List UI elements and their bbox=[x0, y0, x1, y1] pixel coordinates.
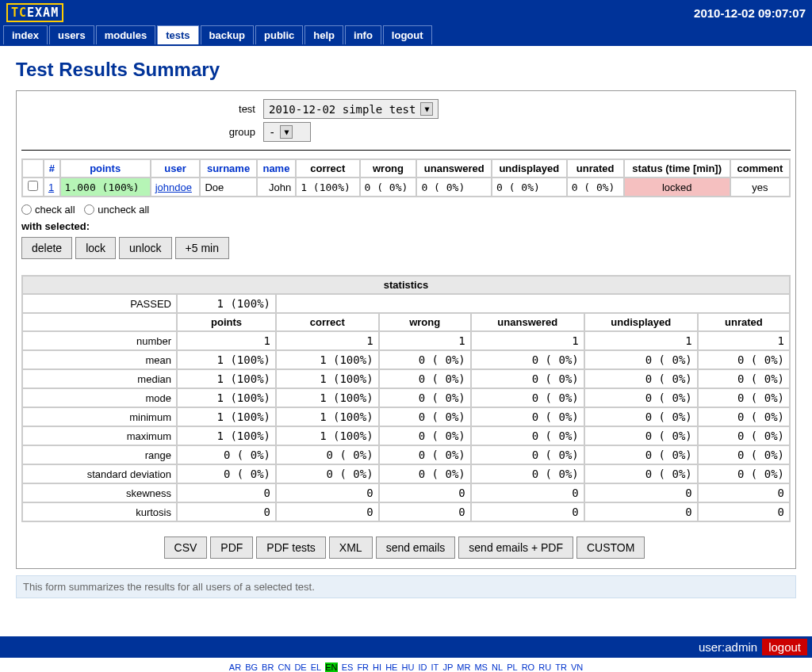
row-surname: Doe bbox=[200, 178, 256, 197]
header-bar: TCEXAM 2010-12-02 09:07:07 bbox=[0, 0, 812, 25]
uncheck-all-radio[interactable]: uncheck all bbox=[84, 204, 149, 216]
csv-button[interactable]: CSV bbox=[164, 536, 208, 559]
stats-row: standard deviation0 ( 0%)0 ( 0%)0 ( 0%)0… bbox=[22, 464, 790, 483]
lang-ar[interactable]: AR bbox=[229, 662, 241, 672]
lang-mr[interactable]: MR bbox=[457, 662, 470, 672]
export-buttons: CSVPDFPDF testsXMLsend emailssend emails… bbox=[21, 536, 791, 559]
nav-tests[interactable]: tests bbox=[157, 25, 198, 44]
stats-val: 0 bbox=[379, 483, 471, 502]
stats-val: 0 ( 0%) bbox=[584, 426, 698, 445]
lang-br[interactable]: BR bbox=[262, 662, 274, 672]
navbar: indexusersmodulestestsbackuppublichelpin… bbox=[0, 25, 812, 46]
test-label: test bbox=[21, 103, 263, 115]
custom-button[interactable]: CUSTOM bbox=[576, 536, 645, 559]
nav-users[interactable]: users bbox=[49, 25, 94, 44]
nav-modules[interactable]: modules bbox=[96, 25, 155, 44]
stats-row: median1 (100%)1 (100%)0 ( 0%)0 ( 0%)0 ( … bbox=[22, 369, 790, 388]
row-user[interactable]: johndoe bbox=[151, 178, 201, 197]
lang-tr[interactable]: TR bbox=[555, 662, 567, 672]
nav-index[interactable]: index bbox=[3, 25, 48, 44]
uncheck-all-input[interactable] bbox=[84, 204, 94, 215]
lang-it[interactable]: IT bbox=[431, 662, 439, 672]
lang-ro[interactable]: RO bbox=[522, 662, 535, 672]
stats-title: statistics bbox=[22, 276, 790, 294]
nav-backup[interactable]: backup bbox=[201, 25, 255, 44]
stats-val: 1 bbox=[584, 331, 698, 350]
unlock-button[interactable]: unlock bbox=[119, 237, 171, 259]
lang-vn[interactable]: VN bbox=[571, 662, 583, 672]
check-all-radio[interactable]: check all bbox=[21, 204, 75, 216]
col-wrong: wrong bbox=[360, 159, 417, 178]
stats-row: mode1 (100%)1 (100%)0 ( 0%)0 ( 0%)0 ( 0%… bbox=[22, 388, 790, 407]
stats-val: 0 ( 0%) bbox=[698, 350, 790, 369]
stats-val: 0 ( 0%) bbox=[698, 369, 790, 388]
-5-min-button[interactable]: +5 min bbox=[175, 237, 229, 259]
nav-public[interactable]: public bbox=[255, 25, 303, 44]
stats-val: 1 bbox=[276, 331, 379, 350]
col-surname[interactable]: surname bbox=[200, 159, 256, 178]
logo[interactable]: TCEXAM bbox=[6, 3, 63, 22]
stats-val: 0 bbox=[276, 483, 379, 502]
lang-cn[interactable]: CN bbox=[278, 662, 290, 672]
lang-id[interactable]: ID bbox=[418, 662, 427, 672]
nav-logout[interactable]: logout bbox=[383, 25, 432, 44]
xml-button[interactable]: XML bbox=[329, 536, 373, 559]
test-select[interactable]: 2010-12-02 simple test ▼ bbox=[263, 99, 439, 119]
stats-val: 1 bbox=[698, 331, 790, 350]
lang-es[interactable]: ES bbox=[342, 662, 354, 672]
col-#[interactable]: # bbox=[44, 159, 60, 178]
logo-exam: EXAM bbox=[27, 6, 59, 20]
stats-table: statistics PASSED 1 (100%) pointscorrect… bbox=[21, 275, 791, 522]
lang-pl[interactable]: PL bbox=[507, 662, 517, 672]
row-num[interactable]: 1 bbox=[44, 178, 60, 197]
stats-val: 0 ( 0%) bbox=[584, 445, 698, 464]
group-select[interactable]: - ▼ bbox=[263, 122, 311, 142]
row-unrated: 0 ( 0%) bbox=[567, 178, 624, 197]
send-emails-button[interactable]: send emails bbox=[376, 536, 456, 559]
row-checkbox[interactable] bbox=[28, 181, 38, 191]
send-emails---pdf-button[interactable]: send emails + PDF bbox=[458, 536, 573, 559]
stats-val: 0 ( 0%) bbox=[584, 464, 698, 483]
col-user[interactable]: user bbox=[151, 159, 201, 178]
col-name[interactable]: name bbox=[257, 159, 296, 178]
col-points[interactable]: points bbox=[60, 159, 151, 178]
stats-val: 1 (100%) bbox=[177, 369, 276, 388]
stats-label: mean bbox=[22, 350, 177, 369]
lang-el[interactable]: EL bbox=[311, 662, 321, 672]
delete-button[interactable]: delete bbox=[21, 237, 72, 259]
lang-hu[interactable]: HU bbox=[402, 662, 415, 672]
lock-button[interactable]: lock bbox=[75, 237, 116, 259]
nav-help[interactable]: help bbox=[304, 25, 343, 44]
lang-fr[interactable]: FR bbox=[357, 662, 369, 672]
passed-value: 1 (100%) bbox=[177, 294, 276, 313]
footer-user: admin bbox=[725, 640, 757, 654]
check-all-input[interactable] bbox=[21, 204, 32, 215]
stats-col-unanswered: unanswered bbox=[471, 313, 584, 331]
lang-hi[interactable]: HI bbox=[373, 662, 381, 672]
col-unanswered: unanswered bbox=[416, 159, 492, 178]
stats-val: 0 bbox=[471, 502, 584, 521]
logout-button[interactable]: logout bbox=[762, 639, 807, 655]
lang-jp[interactable]: JP bbox=[442, 662, 453, 672]
dropdown-arrow-icon: ▼ bbox=[280, 125, 293, 139]
lang-he[interactable]: HE bbox=[385, 662, 397, 672]
stats-col-points: points bbox=[177, 313, 276, 331]
lang-ms[interactable]: MS bbox=[474, 662, 488, 672]
lang-nl[interactable]: NL bbox=[492, 662, 503, 672]
nav-info[interactable]: info bbox=[345, 25, 381, 44]
pdf-tests-button[interactable]: PDF tests bbox=[256, 536, 325, 559]
lang-ru[interactable]: RU bbox=[538, 662, 551, 672]
stats-val: 0 ( 0%) bbox=[177, 445, 276, 464]
stats-val: 0 bbox=[698, 483, 790, 502]
row-wrong: 0 ( 0%) bbox=[360, 178, 417, 197]
stats-label: mode bbox=[22, 388, 177, 407]
pdf-button[interactable]: PDF bbox=[210, 536, 253, 559]
stats-val: 0 ( 0%) bbox=[471, 369, 584, 388]
language-bar: AR BG BR CN DE EL EN ES FR HI HE HU ID I… bbox=[0, 662, 812, 672]
stats-val: 1 (100%) bbox=[177, 426, 276, 445]
stats-val: 0 bbox=[379, 502, 471, 521]
lang-bg[interactable]: BG bbox=[245, 662, 258, 672]
lang-en[interactable]: EN bbox=[325, 662, 337, 672]
lang-de[interactable]: DE bbox=[294, 662, 306, 672]
stats-val: 1 (100%) bbox=[276, 388, 379, 407]
